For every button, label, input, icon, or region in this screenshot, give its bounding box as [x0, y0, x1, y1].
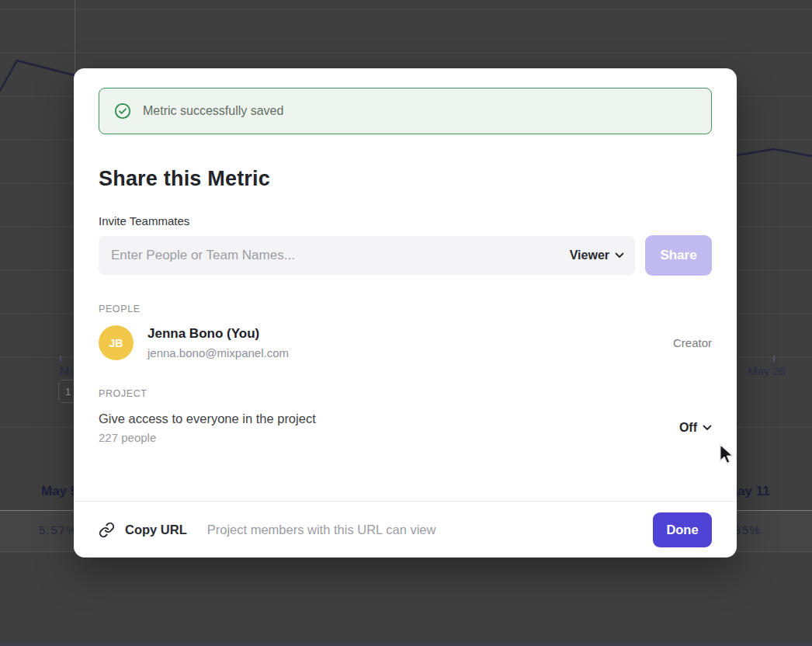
project-access-value: Off [679, 421, 697, 435]
share-metric-modal: Metric successfully saved Share this Met… [74, 68, 737, 557]
mouse-cursor [714, 443, 737, 471]
people-section-header: PEOPLE [99, 304, 712, 314]
role-dropdown[interactable]: Viewer [570, 236, 624, 275]
axis-tick [773, 356, 775, 362]
person-row: JB Jenna Bono (You) jenna.bono@mixpanel.… [99, 325, 712, 360]
copy-url-button[interactable]: Copy URL [99, 522, 187, 538]
toast-message: Metric successfully saved [143, 104, 283, 118]
success-toast: Metric successfully saved [99, 88, 712, 134]
project-access-count: 227 people [99, 431, 316, 444]
person-name: Jenna Bono (You) [147, 326, 289, 342]
person-meta: Jenna Bono (You) jenna.bono@mixpanel.com [147, 326, 289, 359]
success-check-icon [113, 102, 132, 120]
project-access-dropdown[interactable]: Off [679, 421, 712, 435]
share-button[interactable]: Share [645, 235, 712, 276]
invite-teammates-label: Invite Teammates [99, 214, 712, 227]
invite-row: Viewer Share [99, 235, 712, 276]
chevron-down-icon [703, 425, 712, 431]
project-section-header: PROJECT [99, 388, 712, 399]
invite-input[interactable] [99, 236, 635, 275]
role-dropdown-value: Viewer [570, 248, 609, 262]
project-access-title: Give access to everyone in the project [99, 412, 316, 426]
link-icon [99, 522, 115, 538]
modal-title: Share this Metric [99, 167, 712, 191]
person-email: jenna.bono@mixpanel.com [147, 346, 289, 359]
table-value-left: 5.57% [39, 523, 78, 537]
project-access-row: Give access to everyone in the project 2… [99, 412, 712, 444]
axis-tick [60, 356, 61, 362]
avatar: JB [99, 325, 134, 360]
project-access-text: Give access to everyone in the project 2… [99, 412, 316, 444]
x-axis-label-right: May 26 [748, 364, 786, 377]
modal-footer: Copy URL Project members with this URL c… [74, 501, 737, 557]
copy-url-hint: Project members with this URL can view [207, 523, 436, 537]
chevron-down-icon [615, 252, 624, 259]
person-role: Creator [673, 336, 712, 349]
table-date-left: May 5 [41, 484, 78, 499]
done-button[interactable]: Done [653, 512, 712, 547]
table-value-right: 35% [734, 523, 762, 537]
invite-input-wrap: Viewer [99, 236, 635, 275]
chart-tooltip-value: 1 [65, 386, 71, 398]
copy-url-label: Copy URL [125, 523, 187, 537]
